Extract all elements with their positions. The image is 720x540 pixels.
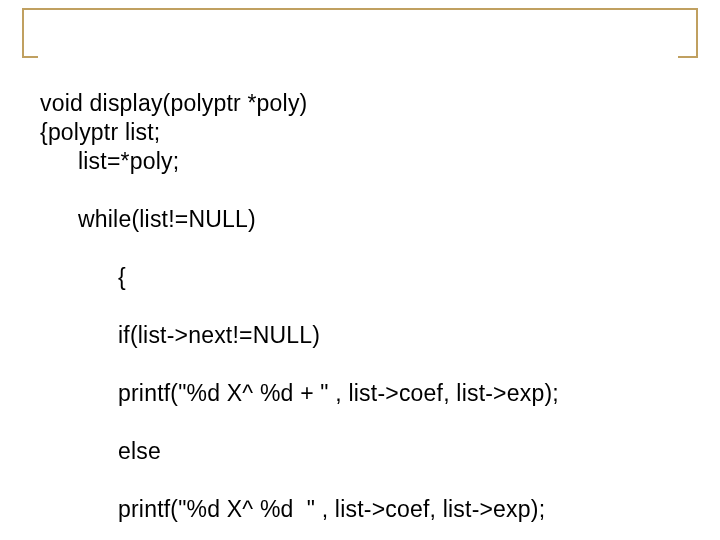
code-line-4: while(list!=NULL) [40,205,680,234]
code-line-8: else [40,437,680,466]
code-line-7: printf("%d X^ %d + " , list->coef, list-… [40,379,680,408]
code-line-6: if(list->next!=NULL) [40,321,680,350]
code-block: void display(polyptr *poly) {polyptr lis… [40,60,680,540]
title-frame [22,8,698,58]
code-line-1: void display(polyptr *poly) [40,90,307,116]
slide: void display(polyptr *poly) {polyptr lis… [0,0,720,540]
code-line-9: printf("%d X^ %d " , list->coef, list->e… [40,495,680,524]
code-line-3: list=*poly; [40,147,680,176]
code-line-5: { [40,263,680,292]
code-line-2: {polyptr list; [40,119,160,145]
